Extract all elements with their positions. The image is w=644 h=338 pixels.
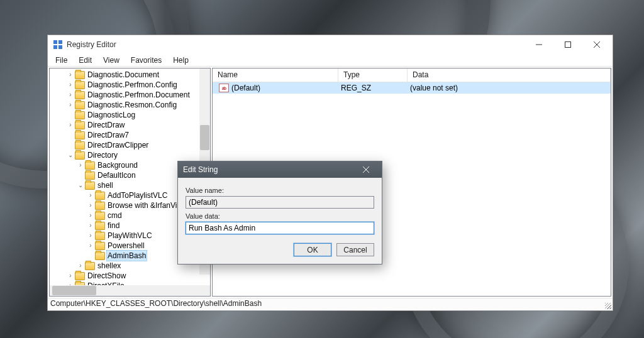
- folder-icon: [95, 202, 105, 210]
- tree-item-label: DirectXFile: [87, 281, 125, 285]
- dialog-close-button[interactable]: [355, 161, 377, 178]
- svg-rect-3: [58, 45, 62, 49]
- tree-item-label: Diagnostic.Perfmon.Document: [87, 90, 190, 100]
- value-name: (Default): [231, 84, 260, 92]
- close-button[interactable]: [582, 35, 611, 54]
- minimize-button[interactable]: [525, 35, 553, 54]
- svg-rect-5: [565, 42, 571, 48]
- tree-item[interactable]: ›Diagnostic.Perfmon.Config: [50, 80, 210, 90]
- chevron-right-icon[interactable]: ›: [86, 200, 95, 210]
- folder-icon: [75, 81, 85, 89]
- maximize-button[interactable]: [553, 35, 582, 54]
- edit-string-dialog: Edit String Value name: Value data: OK C…: [177, 161, 382, 264]
- tree-item-label: cmd: [108, 210, 122, 221]
- column-type[interactable]: Type: [338, 68, 408, 82]
- menu-help[interactable]: Help: [168, 55, 194, 65]
- folder-icon: [95, 242, 105, 250]
- menu-view[interactable]: View: [98, 55, 125, 65]
- column-data[interactable]: Data: [408, 68, 611, 82]
- value-data-label: Value data:: [186, 212, 374, 220]
- menu-edit[interactable]: Edit: [74, 55, 97, 65]
- tree-item-label: shellex: [97, 261, 121, 271]
- folder-icon: [75, 111, 85, 119]
- tree-item[interactable]: ›DirectDraw: [50, 120, 210, 130]
- tree-item[interactable]: DirectDraw7: [50, 130, 210, 140]
- ok-button[interactable]: OK: [294, 243, 331, 256]
- tree-item-label: DirectDraw: [87, 120, 125, 130]
- tree-item-label: Powershell: [108, 241, 145, 251]
- dialog-title: Edit String: [183, 165, 218, 174]
- tree-item-label: Background: [97, 160, 138, 170]
- tree-item-label: DefaultIcon: [97, 170, 136, 180]
- folder-icon: [85, 172, 95, 180]
- chevron-right-icon[interactable]: ›: [76, 160, 85, 170]
- tree-item[interactable]: DiagnosticLog: [50, 110, 210, 120]
- string-value-icon: ab: [219, 84, 229, 92]
- chevron-right-icon[interactable]: ›: [66, 100, 75, 110]
- tree-item-label: Directory: [87, 150, 118, 160]
- chevron-right-icon[interactable]: ›: [86, 221, 95, 231]
- value-data: (value not set): [408, 84, 611, 92]
- folder-icon: [75, 91, 85, 99]
- menu-file[interactable]: File: [50, 55, 72, 65]
- chevron-right-icon[interactable]: ›: [66, 80, 75, 90]
- tree-item-label: DirectDraw7: [87, 130, 129, 140]
- tree-item-label: Diagnostic.Perfmon.Config: [87, 80, 177, 90]
- tree-item[interactable]: DirectDrawClipper: [50, 140, 210, 150]
- status-path: Computer\HKEY_CLASSES_ROOT\Directory\she…: [50, 299, 262, 308]
- tree-item-label: Diagnostic.Document: [87, 70, 159, 80]
- value-row[interactable]: ab(Default)REG_SZ(value not set): [213, 82, 611, 94]
- tree-item[interactable]: ›Diagnostic.Perfmon.Document: [50, 90, 210, 100]
- folder-icon: [85, 161, 95, 170]
- column-name[interactable]: Name: [213, 68, 338, 82]
- window-title: Registry Editor: [67, 40, 116, 49]
- chevron-right-icon[interactable]: ›: [86, 190, 95, 200]
- tree-item[interactable]: ›DirectXFile: [50, 281, 210, 285]
- value-name-field[interactable]: [186, 196, 374, 209]
- chevron-down-icon[interactable]: ⌄: [76, 180, 85, 190]
- menu-favorites[interactable]: Favorites: [126, 55, 167, 65]
- chevron-right-icon[interactable]: ›: [66, 281, 75, 285]
- menubar: File Edit View Favorites Help: [48, 54, 613, 67]
- tree-item-label: shell: [97, 180, 113, 190]
- tree-item-label: DiagnosticLog: [87, 110, 135, 120]
- chevron-right-icon[interactable]: ›: [86, 241, 95, 251]
- chevron-right-icon[interactable]: ›: [86, 231, 95, 241]
- value-type: REG_SZ: [338, 84, 408, 92]
- chevron-right-icon[interactable]: ›: [86, 210, 95, 221]
- tree-item[interactable]: ›Diagnostic.Document: [50, 70, 210, 80]
- dialog-titlebar[interactable]: Edit String: [178, 161, 382, 178]
- folder-icon: [85, 262, 95, 270]
- folder-icon: [85, 182, 95, 190]
- chevron-right-icon[interactable]: ›: [66, 120, 75, 130]
- folder-icon: [75, 141, 85, 150]
- tree-item-label: DirectShow: [87, 271, 126, 281]
- values-header[interactable]: Name Type Data: [213, 68, 611, 82]
- tree-item-label: AdminBash: [106, 250, 147, 261]
- folder-icon: [95, 252, 105, 260]
- tree-item-label: PlayWithVLC: [108, 231, 152, 241]
- chevron-right-icon[interactable]: ›: [66, 271, 75, 281]
- titlebar[interactable]: Registry Editor: [48, 35, 613, 54]
- value-data-field[interactable]: [186, 222, 374, 234]
- folder-icon: [75, 131, 85, 139]
- folder-icon: [95, 212, 105, 220]
- chevron-right-icon[interactable]: ›: [76, 261, 85, 271]
- app-icon: [53, 40, 63, 50]
- folder-icon: [75, 121, 85, 129]
- horizontal-scrollbar[interactable]: [50, 285, 210, 296]
- folder-icon: [75, 71, 85, 79]
- tree-item[interactable]: ⌄Directory: [50, 150, 210, 160]
- folder-icon: [75, 101, 85, 109]
- tree-item[interactable]: ›DirectShow: [50, 271, 210, 281]
- folder-icon: [75, 151, 85, 160]
- cancel-button[interactable]: Cancel: [336, 243, 374, 256]
- svg-rect-1: [58, 40, 62, 44]
- statusbar: Computer\HKEY_CLASSES_ROOT\Directory\she…: [48, 298, 613, 310]
- tree-item-label: find: [108, 221, 119, 231]
- tree-item[interactable]: ›Diagnostic.Resmon.Config: [50, 100, 210, 110]
- chevron-right-icon[interactable]: ›: [66, 90, 75, 100]
- chevron-down-icon[interactable]: ⌄: [66, 150, 75, 160]
- chevron-right-icon[interactable]: ›: [66, 70, 75, 80]
- folder-icon: [95, 232, 105, 240]
